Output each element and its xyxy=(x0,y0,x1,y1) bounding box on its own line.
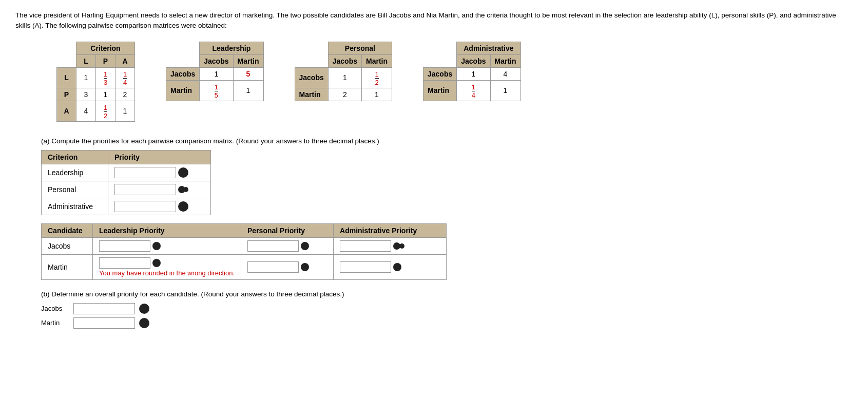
part-a-section: (a) Compute the priorities for each pair… xyxy=(41,137,853,280)
cell-lj-mj: 1 5 xyxy=(200,80,233,101)
cell-pj-mm: 1 xyxy=(362,88,392,101)
cell-AA: 1 xyxy=(115,101,135,121)
administrative-priority-input[interactable] xyxy=(114,201,176,212)
administrative-title: Administrative xyxy=(457,42,520,54)
part-b-jacobs-input[interactable] xyxy=(73,303,135,314)
rounding-error-message: You may have rounded in the wrong direct… xyxy=(99,269,235,277)
personal-priority-input[interactable] xyxy=(114,184,176,195)
row-administrative-priority: Administrative xyxy=(42,198,211,215)
row-P: P xyxy=(57,88,76,101)
jacobs-administrative-input[interactable] xyxy=(340,240,391,252)
jacobs-leadership-cell xyxy=(93,237,241,254)
personal-col-jacobs: Jacobs xyxy=(328,54,361,67)
martin-leadership-cell: You may have rounded in the wrong direct… xyxy=(93,254,241,279)
leadership-row-jacobs: Jacobs xyxy=(166,67,200,80)
jacobs-administrative-cell xyxy=(334,237,447,254)
personal-row-jacobs: Jacobs xyxy=(295,67,328,88)
cell-LA: 1 4 xyxy=(115,67,135,88)
martin-error-text: You may have rounded in the wrong direct… xyxy=(99,269,235,277)
leadership-priority-cell xyxy=(108,164,211,181)
leadership-input-group xyxy=(114,167,204,178)
jacobs-personal-cell xyxy=(241,237,334,254)
personal-row-martin: Martin xyxy=(295,88,328,101)
part-b-martin-input[interactable] xyxy=(73,317,135,329)
leadership-col-martin: Martin xyxy=(233,54,263,67)
leadership-matrix-container: Leadership Jacobs Martin Jacobs 1 5 Mart… xyxy=(166,42,264,101)
fraction-1-2-pers: 1 2 xyxy=(375,71,378,86)
leadership-check-icon xyxy=(178,167,188,178)
fraction-1-4: 1 4 xyxy=(123,71,127,86)
criterion-matrix-container: Criterion L P A L 1 1 3 xyxy=(56,42,135,122)
col-personal-priority: Personal Priority xyxy=(241,223,334,237)
row-L: L xyxy=(57,67,76,88)
martin-label: Martin xyxy=(42,254,93,279)
leadership-matrix: Leadership Jacobs Martin Jacobs 1 5 Mart… xyxy=(166,42,264,101)
martin-personal-icon xyxy=(301,263,309,271)
col-candidate: Candidate xyxy=(42,223,93,237)
administrative-priority-cell xyxy=(108,198,211,215)
cell-aj-mm: 1 xyxy=(490,80,520,101)
leadership-row-martin: Martin xyxy=(166,80,200,101)
col-header-P: P xyxy=(96,54,115,67)
cell-PL: 3 xyxy=(76,88,96,101)
martin-administrative-input[interactable] xyxy=(340,261,391,273)
cell-lj-mm: 1 xyxy=(233,80,263,101)
jacobs-personal-input[interactable] xyxy=(247,240,299,252)
administrative-check-icon xyxy=(178,201,188,212)
cell-pj-jm: 1 2 xyxy=(362,67,392,88)
martin-admin-icon xyxy=(393,263,401,271)
cell-aj-jj: 1 xyxy=(457,67,490,80)
criterion-personal-label: Personal xyxy=(42,181,108,198)
personal-col-martin: Martin xyxy=(362,54,392,67)
part-b-jacobs-icon xyxy=(139,304,149,314)
cell-aj-mj: 1 4 xyxy=(457,80,490,101)
part-b-jacobs-row: Jacobs xyxy=(41,303,853,314)
jacobs-personal-group xyxy=(247,240,327,252)
part-b-jacobs-label: Jacobs xyxy=(41,305,69,312)
personal-priority-cell xyxy=(108,181,211,198)
col-header-A: A xyxy=(115,54,135,67)
personal-check-icon xyxy=(178,184,190,195)
part-b-martin-row: Martin xyxy=(41,317,853,329)
cell-PP: 1 xyxy=(96,88,115,101)
fraction-1-4-adm: 1 4 xyxy=(472,84,475,99)
cell-pj-jj: 1 xyxy=(328,67,361,88)
fraction-1-2-crit: 1 2 xyxy=(104,104,107,119)
cell-PA: 2 xyxy=(115,88,135,101)
candidate-priority-table: Candidate Leadership Priority Personal P… xyxy=(41,223,447,280)
col-header-L: L xyxy=(76,54,96,67)
administrative-col-jacobs: Jacobs xyxy=(457,54,490,67)
intro-text: The vice president of Harling Equipment … xyxy=(15,10,837,31)
administrative-col-martin: Martin xyxy=(490,54,520,67)
matrices-section: Criterion L P A L 1 1 3 xyxy=(56,42,853,122)
row-leadership-priority: Leadership xyxy=(42,164,211,181)
part-b-martin-icon xyxy=(139,318,149,328)
administrative-row-martin: Martin xyxy=(423,80,457,101)
part-b-section: (b) Determine an overall priority for ea… xyxy=(41,290,853,329)
criterion-administrative-label: Administrative xyxy=(42,198,108,215)
jacobs-leadership-input[interactable] xyxy=(99,240,150,252)
row-personal-priority: Personal xyxy=(42,181,211,198)
martin-personal-group xyxy=(247,261,327,273)
jacobs-admin-icon xyxy=(393,241,408,251)
jacobs-personal-icon xyxy=(301,242,309,250)
col-leadership-priority: Leadership Priority xyxy=(93,223,241,237)
row-A: A xyxy=(57,101,76,121)
col-administrative-priority: Administrative Priority xyxy=(334,223,447,237)
martin-personal-input[interactable] xyxy=(247,261,299,273)
part-b-label: (b) Determine an overall priority for ea… xyxy=(41,290,853,298)
personal-title: Personal xyxy=(328,42,392,54)
martin-administrative-cell xyxy=(334,254,447,279)
martin-administrative-group xyxy=(340,261,440,273)
leadership-priority-input[interactable] xyxy=(114,167,176,178)
martin-leadership-input[interactable] xyxy=(99,257,150,269)
martin-personal-cell xyxy=(241,254,334,279)
col-criterion: Criterion xyxy=(42,150,108,164)
part-b-martin-label: Martin xyxy=(41,319,69,327)
cell-LL: 1 xyxy=(76,67,96,88)
personal-matrix: Personal Jacobs Martin Jacobs 1 1 2 xyxy=(295,42,393,101)
fraction-1-3: 1 3 xyxy=(104,71,107,86)
administrative-matrix: Administrative Jacobs Martin Jacobs 1 4 … xyxy=(423,42,521,101)
criterion-header: Criterion xyxy=(76,42,135,54)
cell-LP: 1 3 xyxy=(96,67,115,88)
